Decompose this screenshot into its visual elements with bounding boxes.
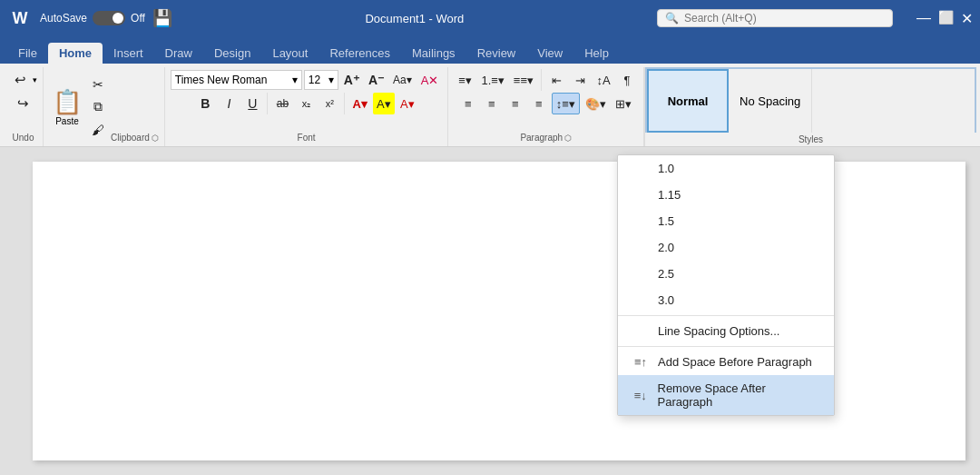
spacing-1-15-label: 1.15 bbox=[658, 188, 681, 202]
show-formatting-button[interactable]: ¶ bbox=[616, 69, 638, 91]
font-name-dropdown-icon[interactable]: ▾ bbox=[292, 74, 298, 86]
font-color-button[interactable]: A▾ bbox=[348, 93, 370, 114]
strikethrough-button[interactable]: ab bbox=[271, 93, 293, 114]
tab-insert[interactable]: Insert bbox=[103, 43, 154, 64]
increase-indent-button[interactable]: ⇥ bbox=[569, 69, 591, 91]
change-case-button[interactable]: Aa▾ bbox=[389, 69, 416, 91]
spacing-1-5[interactable]: 1.5 bbox=[618, 208, 834, 234]
ribbon: ↩ ▾ ↪ Undo 📋 Paste ✂ ⧉ 🖌 Clipboard ⬡ bbox=[0, 64, 980, 147]
left-margin bbox=[0, 147, 18, 475]
dropdown-divider-1 bbox=[618, 315, 834, 316]
spacing-1-0-label: 1.0 bbox=[658, 162, 674, 175]
toggle-state-label: Off bbox=[131, 12, 145, 25]
undo-arrow[interactable]: ▾ bbox=[33, 75, 37, 84]
minimize-icon[interactable]: — bbox=[916, 10, 931, 27]
underline-button[interactable]: U bbox=[241, 93, 263, 114]
style-normal-label: Normal bbox=[668, 94, 709, 108]
paragraph-group: ≡▾ 1.≡▾ ≡≡▾ ⇤ ⇥ ↕A ¶ ≡ ≡ ≡ ≡ ↕≡▾ 🎨▾ ⊞▾ P… bbox=[448, 67, 644, 146]
numbering-button[interactable]: 1.≡▾ bbox=[477, 69, 507, 91]
tab-draw[interactable]: Draw bbox=[154, 43, 203, 64]
para-bottom-row: ≡ ≡ ≡ ≡ ↕≡▾ 🎨▾ ⊞▾ bbox=[457, 93, 635, 114]
align-left-button[interactable]: ≡ bbox=[457, 93, 479, 114]
styles-section: Normal No Spacing Styles bbox=[644, 67, 976, 146]
para-group-label: Paragraph ⬡ bbox=[520, 133, 572, 144]
close-icon[interactable]: ✕ bbox=[961, 10, 973, 27]
maximize-icon[interactable]: ⬜ bbox=[938, 10, 954, 27]
font-shading-button[interactable]: A▾ bbox=[397, 93, 418, 114]
line-spacing-options[interactable]: Line Spacing Options... bbox=[618, 318, 834, 344]
font-size-dropdown-icon[interactable]: ▾ bbox=[328, 74, 334, 86]
clear-formatting-button[interactable]: A✕ bbox=[417, 69, 443, 91]
decrease-indent-button[interactable]: ⇤ bbox=[545, 69, 567, 91]
font-separator2 bbox=[344, 93, 345, 114]
tab-review[interactable]: Review bbox=[466, 43, 527, 64]
spacing-2-0[interactable]: 2.0 bbox=[618, 234, 834, 261]
font-grow-button[interactable]: A⁺ bbox=[340, 69, 363, 91]
ribbon-tabs: File Home Insert Draw Design Layout Refe… bbox=[0, 36, 980, 64]
search-input[interactable] bbox=[684, 12, 866, 25]
superscript-button[interactable]: x² bbox=[318, 93, 340, 114]
font-size-value: 12 bbox=[309, 74, 320, 86]
format-painter-button[interactable]: 🖌 bbox=[87, 119, 109, 141]
clipboard-sub-buttons: ✂ ⧉ 🖌 bbox=[87, 74, 109, 141]
bold-button[interactable]: B bbox=[194, 93, 216, 114]
style-normal[interactable]: Normal bbox=[647, 69, 729, 133]
style-no-spacing[interactable]: No Spacing bbox=[729, 69, 812, 133]
spacing-3-0[interactable]: 3.0 bbox=[618, 287, 834, 313]
para-expand-icon[interactable]: ⬡ bbox=[564, 134, 572, 143]
align-right-button[interactable]: ≡ bbox=[505, 93, 526, 114]
clipboard-expand-icon[interactable]: ⬡ bbox=[152, 134, 159, 143]
align-center-button[interactable]: ≡ bbox=[481, 93, 503, 114]
title-bar: W AutoSave Off 💾 Document1 - Word 🔍 — ⬜ … bbox=[0, 0, 980, 36]
search-bar[interactable]: 🔍 bbox=[657, 9, 893, 27]
toggle-knob bbox=[113, 13, 123, 24]
highlight-button[interactable]: A▾ bbox=[373, 93, 395, 114]
font-size-selector[interactable]: 12 ▾ bbox=[304, 70, 338, 90]
sort-button[interactable]: ↕A bbox=[593, 69, 614, 91]
tab-design[interactable]: Design bbox=[203, 43, 261, 64]
spacing-2-0-label: 2.0 bbox=[658, 241, 674, 254]
window-title: Document1 - Word bbox=[180, 12, 650, 25]
subscript-button[interactable]: x₂ bbox=[295, 93, 317, 114]
redo-row: ↪ bbox=[13, 93, 34, 114]
tab-help[interactable]: Help bbox=[573, 43, 620, 64]
dropdown-divider-2 bbox=[618, 346, 834, 347]
remove-space-after[interactable]: ≡↓ Remove Space After Paragraph bbox=[618, 375, 834, 415]
autosave-toggle[interactable] bbox=[93, 11, 125, 25]
bullets-button[interactable]: ≡▾ bbox=[454, 69, 475, 91]
undo-group-label: Undo bbox=[13, 133, 34, 144]
font-shrink-button[interactable]: A⁻ bbox=[365, 69, 387, 91]
font-bottom-row: B I U ab x₂ x² A▾ A▾ A▾ bbox=[194, 93, 417, 114]
line-spacing-dropdown: 1.0 1.15 1.5 2.0 2.5 3.0 Line Spacing Op… bbox=[617, 154, 835, 416]
spacing-1-0[interactable]: 1.0 bbox=[618, 155, 834, 182]
tab-home[interactable]: Home bbox=[48, 43, 103, 64]
tab-mailings[interactable]: Mailings bbox=[401, 43, 466, 64]
para-top-row: ≡▾ 1.≡▾ ≡≡▾ ⇤ ⇥ ↕A ¶ bbox=[454, 69, 638, 91]
tab-layout[interactable]: Layout bbox=[261, 43, 318, 64]
clipboard-group: 📋 Paste ✂ ⧉ 🖌 Clipboard ⬡ bbox=[44, 67, 165, 146]
save-icon[interactable]: 💾 bbox=[152, 8, 172, 28]
borders-button[interactable]: ⊞▾ bbox=[612, 93, 635, 114]
spacing-1-15[interactable]: 1.15 bbox=[618, 182, 834, 208]
paste-button[interactable]: 📋 Paste bbox=[49, 86, 85, 128]
shading-button[interactable]: 🎨▾ bbox=[582, 93, 610, 114]
undo-button[interactable]: ↩ bbox=[9, 69, 31, 91]
cut-button[interactable]: ✂ bbox=[87, 74, 109, 95]
justify-button[interactable]: ≡ bbox=[528, 93, 550, 114]
styles-boxes: Normal No Spacing bbox=[645, 67, 976, 133]
redo-button[interactable]: ↪ bbox=[13, 93, 34, 114]
add-space-before[interactable]: ≡↑ Add Space Before Paragraph bbox=[618, 349, 834, 375]
line-spacing-button[interactable]: ↕≡▾ bbox=[552, 93, 580, 114]
font-name-value: Times New Roman bbox=[175, 74, 268, 86]
para-sep1 bbox=[541, 69, 542, 91]
multilevel-list-button[interactable]: ≡≡▾ bbox=[510, 69, 537, 91]
tab-file[interactable]: File bbox=[7, 43, 48, 64]
spacing-2-5[interactable]: 2.5 bbox=[618, 261, 834, 287]
font-name-selector[interactable]: Times New Roman ▾ bbox=[171, 70, 302, 90]
italic-button[interactable]: I bbox=[218, 93, 240, 114]
copy-button[interactable]: ⧉ bbox=[87, 96, 109, 118]
spacing-2-5-label: 2.5 bbox=[658, 267, 674, 281]
undo-group: ↩ ▾ ↪ Undo bbox=[4, 67, 44, 146]
tab-references[interactable]: References bbox=[318, 43, 400, 64]
tab-view[interactable]: View bbox=[526, 43, 573, 64]
